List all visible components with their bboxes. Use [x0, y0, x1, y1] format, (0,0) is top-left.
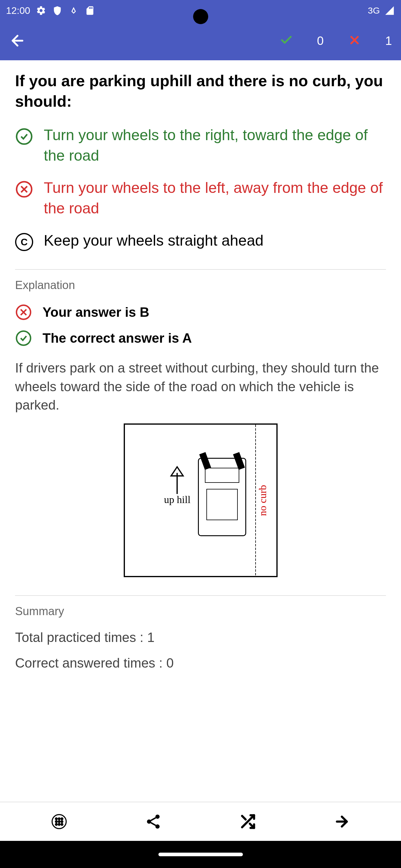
shield-icon: [52, 5, 63, 16]
x-circle-icon: [15, 180, 33, 198]
signal-icon: [384, 5, 395, 16]
gear-icon: [36, 5, 47, 16]
svg-point-21: [147, 819, 151, 824]
check-circle-icon: [15, 330, 32, 347]
grid-button[interactable]: [47, 809, 71, 834]
summary-practiced-value: 1: [147, 630, 154, 645]
option-c-text: Keep your wheels straight ahead: [44, 230, 263, 251]
score-correct: 0: [280, 33, 324, 48]
svg-point-9: [17, 331, 31, 345]
score-wrong: 1: [348, 33, 392, 48]
summary-correct-value: 0: [166, 655, 173, 670]
your-answer-text: Your answer is B: [42, 305, 149, 320]
svg-line-24: [151, 823, 156, 826]
svg-point-12: [58, 818, 60, 820]
question-text: If you are parking uphill and there is n…: [15, 71, 386, 112]
status-time: 12:00: [6, 5, 30, 16]
option-c[interactable]: C Keep your wheels straight ahead: [15, 230, 386, 251]
separator: [15, 595, 386, 596]
correct-answer-line: The correct answer is A: [15, 330, 386, 347]
option-b-text: Turn your wheels to the left, away from …: [44, 178, 386, 218]
separator: [15, 269, 386, 270]
shuffle-button[interactable]: [236, 809, 260, 834]
correct-answer-text: The correct answer is A: [42, 331, 192, 346]
option-a[interactable]: Turn your wheels to the right, toward th…: [15, 125, 386, 166]
svg-line-23: [151, 818, 156, 820]
camera-notch: [193, 9, 208, 24]
content-area: If you are parking uphill and there is n…: [0, 60, 401, 802]
back-button[interactable]: [9, 32, 26, 49]
summary-practiced-label: Total practiced times :: [15, 630, 147, 645]
explanation-diagram: up hill no curb: [15, 424, 386, 577]
svg-point-11: [56, 818, 57, 820]
svg-point-20: [155, 815, 160, 819]
next-button[interactable]: [330, 809, 354, 834]
app-bar: 0 1: [0, 21, 401, 60]
summary-correct: Correct answered times : 0: [15, 655, 386, 671]
share-button[interactable]: [141, 809, 165, 834]
summary-correct-label: Correct answered times :: [15, 655, 166, 670]
option-c-letter-icon: C: [15, 233, 33, 251]
option-a-text: Turn your wheels to the right, toward th…: [44, 125, 386, 166]
glasses-icon: [68, 5, 79, 16]
summary-practiced: Total practiced times : 1: [15, 630, 386, 645]
svg-point-16: [61, 821, 63, 823]
network-label: 3G: [368, 5, 380, 16]
svg-point-19: [61, 824, 63, 825]
x-icon: [348, 33, 361, 48]
svg-point-22: [155, 824, 160, 829]
svg-point-13: [61, 818, 63, 820]
svg-point-17: [56, 824, 57, 825]
x-circle-icon: [15, 304, 32, 321]
diagram-car: [198, 458, 246, 536]
bottom-nav: [0, 802, 401, 841]
android-nav-pill[interactable]: [159, 852, 243, 856]
sd-card-icon: [85, 5, 95, 16]
svg-point-14: [56, 821, 57, 823]
your-answer-line: Your answer is B: [15, 304, 386, 321]
explanation-title: Explanation: [15, 279, 386, 292]
explanation-body: If drivers park on a street without curb…: [15, 359, 386, 414]
svg-point-18: [58, 824, 60, 825]
diagram-nocurb-label: no curb: [257, 485, 268, 516]
svg-point-2: [17, 129, 32, 144]
score-wrong-value: 1: [385, 34, 392, 48]
option-b[interactable]: Turn your wheels to the left, away from …: [15, 178, 386, 218]
diagram-uphill-label: up hill: [164, 494, 191, 505]
check-icon: [280, 33, 293, 48]
svg-line-27: [242, 816, 246, 819]
score-correct-value: 0: [317, 34, 324, 48]
summary-title: Summary: [15, 605, 386, 618]
check-circle-icon: [15, 127, 33, 146]
svg-point-15: [58, 821, 60, 823]
android-nav-bar: [0, 841, 401, 868]
